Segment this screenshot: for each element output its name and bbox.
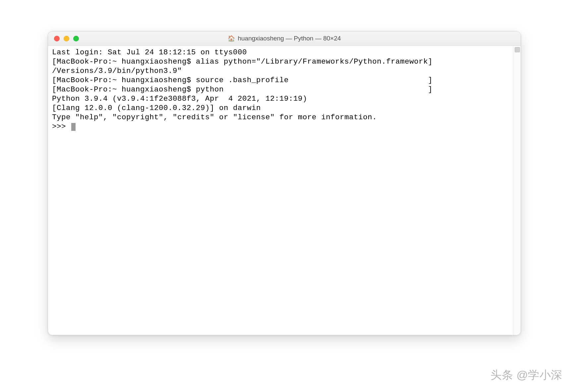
terminal-prompt: >>>: [52, 122, 71, 131]
scrollbar-handle[interactable]: [515, 47, 520, 52]
terminal-line: Python 3.9.4 (v3.9.4:1f2e3088f3, Apr 4 2…: [52, 94, 307, 103]
terminal-line: [MacBook-Pro:~ huangxiaosheng$ python ]: [52, 85, 432, 94]
close-button[interactable]: [54, 36, 60, 41]
window-title: huangxiaosheng — Python — 80×24: [238, 35, 341, 42]
terminal-line: /Versions/3.9/bin/python3.9": [52, 67, 182, 75]
terminal-line: [MacBook-Pro:~ huangxiaosheng$ alias pyt…: [52, 57, 432, 66]
cursor: [71, 123, 76, 131]
watermark: 头条 @学小深: [490, 367, 562, 383]
terminal-line: Type "help", "copyright", "credits" or "…: [52, 113, 377, 122]
traffic-lights: [48, 36, 79, 41]
window-titlebar[interactable]: 🏠 huangxiaosheng — Python — 80×24: [48, 31, 521, 46]
minimize-button[interactable]: [64, 36, 69, 41]
terminal-body: Last login: Sat Jul 24 18:12:15 on ttys0…: [48, 46, 521, 335]
scrollbar[interactable]: [513, 46, 521, 335]
maximize-button[interactable]: [73, 36, 79, 41]
window-title-area: 🏠 huangxiaosheng — Python — 80×24: [48, 35, 521, 42]
terminal-content[interactable]: Last login: Sat Jul 24 18:12:15 on ttys0…: [48, 46, 513, 335]
terminal-line: Last login: Sat Jul 24 18:12:15 on ttys0…: [52, 48, 247, 57]
terminal-line: [Clang 12.0.0 (clang-1200.0.32.29)] on d…: [52, 104, 261, 112]
terminal-window: 🏠 huangxiaosheng — Python — 80×24 Last l…: [48, 31, 521, 335]
terminal-line: [MacBook-Pro:~ huangxiaosheng$ source .b…: [52, 76, 432, 84]
home-icon: 🏠: [228, 35, 235, 42]
